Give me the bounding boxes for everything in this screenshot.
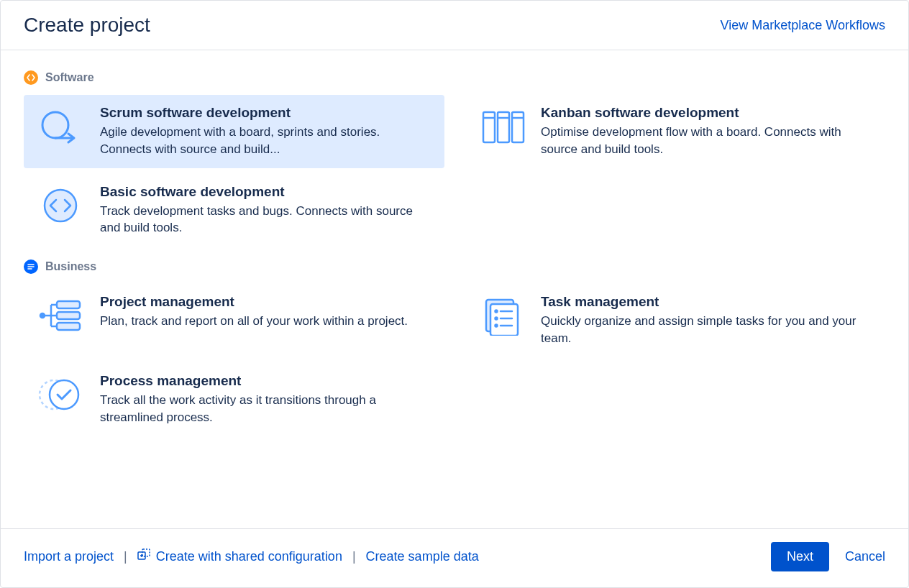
cancel-button[interactable]: Cancel	[845, 549, 885, 564]
template-scrum[interactable]: Scrum software development Agile develop…	[24, 95, 444, 168]
template-text: Project management Plan, track and repor…	[100, 294, 433, 330]
task-management-icon	[476, 294, 526, 337]
project-management-icon	[35, 294, 86, 337]
svg-point-19	[495, 311, 498, 313]
template-title: Project management	[100, 294, 433, 310]
template-desc: Track development tasks and bugs. Connec…	[100, 203, 433, 237]
svg-point-0	[24, 70, 38, 85]
svg-rect-15	[57, 323, 80, 330]
svg-point-21	[495, 318, 498, 320]
template-task-management[interactable]: Task management Quickly organize and ass…	[465, 284, 885, 357]
svg-point-26	[50, 380, 78, 409]
template-desc: Optimise development flow with a board. …	[541, 124, 874, 158]
template-basic[interactable]: Basic software development Track develop…	[24, 174, 444, 247]
business-category-icon	[24, 259, 38, 274]
template-text: Process management Track all the work ac…	[100, 373, 433, 426]
process-management-icon	[35, 373, 86, 416]
link-label: Create with shared configuration	[156, 549, 342, 564]
dialog-title: Create project	[24, 14, 150, 37]
dialog-body: Software Scrum software development Agil…	[1, 50, 908, 528]
template-title: Scrum software development	[100, 105, 433, 121]
code-icon	[35, 184, 86, 227]
template-title: Task management	[541, 294, 874, 310]
category-business: Business	[24, 259, 885, 436]
software-category-icon	[24, 70, 38, 85]
svg-rect-18	[490, 304, 518, 336]
category-header: Software	[24, 70, 885, 85]
create-sample-data-link[interactable]: Create sample data	[366, 549, 479, 564]
next-button[interactable]: Next	[771, 542, 829, 571]
template-desc: Agile development with a board, sprints …	[100, 124, 433, 158]
dialog-header: Create project View Marketplace Workflow…	[1, 1, 908, 50]
svg-rect-13	[57, 301, 80, 308]
template-grid: Project management Plan, track and repor…	[24, 284, 885, 436]
category-software: Software Scrum software development Agil…	[24, 70, 885, 247]
template-project-management[interactable]: Project management Plan, track and repor…	[24, 284, 444, 357]
divider: |	[124, 549, 127, 564]
divider: |	[352, 549, 356, 564]
svg-point-8	[45, 190, 76, 221]
create-shared-config-link[interactable]: Create with shared configuration	[137, 548, 342, 565]
category-label: Business	[45, 260, 96, 273]
kanban-icon	[476, 105, 526, 148]
svg-point-23	[495, 325, 498, 327]
view-marketplace-link[interactable]: View Marketplace Workflows	[721, 18, 885, 33]
template-grid: Scrum software development Agile develop…	[24, 95, 885, 247]
import-project-link[interactable]: Import a project	[24, 549, 114, 564]
template-kanban[interactable]: Kanban software development Optimise dev…	[465, 95, 885, 168]
svg-point-16	[40, 313, 45, 318]
svg-rect-4	[512, 112, 524, 142]
svg-rect-3	[498, 112, 509, 142]
svg-rect-14	[57, 312, 80, 319]
template-desc: Quickly organize and assign simple tasks…	[541, 313, 874, 347]
footer-actions: Next Cancel	[771, 542, 885, 571]
template-process-management[interactable]: Process management Track all the work ac…	[24, 363, 444, 436]
category-label: Software	[45, 71, 94, 84]
shared-config-icon	[137, 548, 150, 565]
template-text: Scrum software development Agile develop…	[100, 105, 433, 158]
footer-links: Import a project | Create with shared co…	[24, 548, 479, 565]
scrum-icon	[35, 105, 86, 148]
template-title: Kanban software development	[541, 105, 874, 121]
template-title: Process management	[100, 373, 433, 389]
template-text: Kanban software development Optimise dev…	[541, 105, 874, 158]
template-desc: Plan, track and report on all of your wo…	[100, 313, 433, 330]
template-text: Task management Quickly organize and ass…	[541, 294, 874, 347]
svg-rect-2	[483, 112, 495, 142]
category-header: Business	[24, 259, 885, 274]
svg-point-1	[42, 112, 68, 138]
template-desc: Track all the work activity as it transi…	[100, 392, 433, 426]
svg-rect-28	[142, 549, 150, 556]
dialog-footer: Import a project | Create with shared co…	[1, 528, 908, 587]
template-text: Basic software development Track develop…	[100, 184, 433, 237]
create-project-dialog: Create project View Marketplace Workflow…	[0, 0, 909, 588]
template-title: Basic software development	[100, 184, 433, 200]
